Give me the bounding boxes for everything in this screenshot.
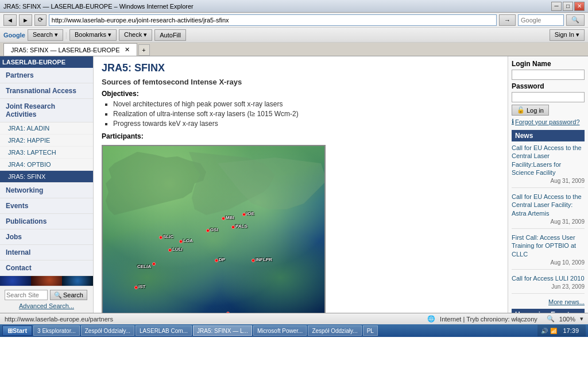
- sidebar-item-jra2[interactable]: JRA2: HAPPIE: [0, 135, 93, 147]
- refresh-button[interactable]: ⟳: [34, 14, 47, 26]
- login-name-label: Login Name: [512, 60, 585, 68]
- taskbar-item-explorer[interactable]: 3 Eksplorator...: [33, 325, 80, 336]
- internet-icon: 🌐: [427, 315, 435, 323]
- sources-title: Sources of femtosecond Intense X-rays: [102, 78, 500, 86]
- tab-label: JRA5: SFINX — LASERLAB-EUROPE: [11, 47, 120, 53]
- sidebar-item-networking[interactable]: Networking: [0, 183, 93, 198]
- sidebar-item-internal[interactable]: Internal: [0, 245, 93, 260]
- map-dot-pals: [231, 225, 235, 229]
- sidebar-item-events[interactable]: Events: [0, 198, 93, 214]
- news-item-3-text[interactable]: First Call: Access User Training for OPT…: [512, 233, 585, 258]
- tray-icon-1: 🔊: [541, 328, 548, 334]
- map-label-dp: DP: [219, 257, 225, 262]
- taskbar-item-jra5[interactable]: JRA5: SFINX — L...: [193, 325, 252, 336]
- news-item-3: First Call: Access User Training for OPT…: [512, 233, 585, 270]
- login-name-input[interactable]: [512, 70, 585, 80]
- participants-label: Participants:: [102, 132, 500, 140]
- go-button[interactable]: →: [499, 14, 516, 26]
- zoom-dropdown-icon[interactable]: ▾: [580, 315, 583, 323]
- google-search-button[interactable]: 🔍: [566, 14, 585, 26]
- map-dot-loa: [179, 240, 183, 243]
- check-btn[interactable]: Check ▾: [119, 29, 152, 41]
- sidebar-item-partners[interactable]: Partners: [0, 68, 93, 83]
- map-label-mbi: MBI: [226, 215, 234, 220]
- system-tray: 🔊 📶 17:39: [537, 325, 586, 336]
- search-toolbar-btn[interactable]: Search ▾: [28, 29, 63, 41]
- sidebar: LASERLAB-EUROPE Partners Transnational A…: [0, 56, 94, 313]
- sidebar-item-jra5[interactable]: JRA5: SFINX: [0, 171, 93, 183]
- login-section: Login Name Password 🔓 Log in ℹ Forgot yo…: [512, 60, 585, 125]
- map-label-inflpr: INFLPR: [256, 257, 272, 262]
- sidebar-item-jra3[interactable]: JRA3: LAPTECH: [0, 147, 93, 159]
- sidebar-item-joint-research[interactable]: Joint Research Activities: [0, 99, 93, 122]
- map-dot-celia: [152, 262, 156, 266]
- bookmarks-btn[interactable]: Bookmarks ▾: [69, 29, 117, 41]
- start-button[interactable]: ⊞ Start: [2, 325, 32, 336]
- taskbar-item-laserlab[interactable]: LASERLAB Com...: [136, 325, 192, 336]
- site-logo-text: LASERLAB-EUROPE: [2, 59, 65, 66]
- status-zone: Internet | Tryb chroniony: włączony: [440, 316, 537, 323]
- tab-close-icon[interactable]: ✕: [125, 46, 130, 53]
- taskbar-item-pl[interactable]: PL: [363, 325, 378, 336]
- window-controls: ─ □ ✕: [551, 2, 585, 11]
- news-item-2-date: Aug 31, 2009: [512, 218, 585, 225]
- map-dot-inflpr: [252, 259, 255, 262]
- sidebar-item-transnational-access[interactable]: Transnational Access: [0, 83, 93, 99]
- sidebar-item-contact[interactable]: Contact: [0, 260, 93, 276]
- search-button[interactable]: 🔍 Search: [50, 290, 87, 300]
- new-tab-button[interactable]: +: [138, 44, 150, 56]
- sidebar-image-3: [62, 276, 93, 286]
- autofill-btn[interactable]: AutoFill: [154, 29, 186, 41]
- address-bar: ◄ ► ⟳ → 🔍: [0, 13, 588, 28]
- google-search-input[interactable]: [518, 14, 564, 26]
- news-item-1: Call for EU Access to the Central Laser …: [512, 144, 585, 188]
- news-item-1-date: Aug 31, 2009: [512, 178, 585, 184]
- sidebar-logo: LASERLAB-EUROPE: [0, 56, 93, 68]
- close-button[interactable]: ✕: [574, 2, 585, 11]
- status-right: 🌐 Internet | Tryb chroniony: włączony 🔍 …: [427, 315, 583, 323]
- password-label: Password: [512, 82, 585, 90]
- map-label-celia: CELIA: [137, 264, 151, 269]
- advanced-search-link[interactable]: Advanced Search...: [5, 302, 88, 309]
- sidebar-image-2: [31, 276, 62, 286]
- news-item-4-text[interactable]: Call for Access LULI 2010: [512, 274, 585, 282]
- news-item-2-text[interactable]: Call for EU Access to the Central Laser …: [512, 193, 585, 217]
- map-label-gsi: GSI: [210, 227, 218, 232]
- map-label-slic: SLIC: [163, 234, 173, 239]
- login-icon: 🔓: [517, 106, 525, 114]
- taskbar-item-powerpoint[interactable]: Microsoft Power...: [253, 325, 307, 336]
- map-label-ist: IST: [138, 284, 145, 289]
- news-item-3-date: Aug 10, 2009: [512, 259, 585, 266]
- map-dot-gsi: [206, 229, 210, 232]
- sidebar-image-1: [0, 276, 31, 286]
- password-input[interactable]: [512, 92, 585, 102]
- sidebar-item-publications[interactable]: Publications: [0, 214, 93, 229]
- sidebar-item-jobs[interactable]: Jobs: [0, 229, 93, 245]
- tab-bar: JRA5: SFINX — LASERLAB-EUROPE ✕ +: [0, 43, 588, 56]
- more-news-link[interactable]: More news...: [512, 298, 585, 305]
- forgot-label: Forgot your password?: [515, 118, 580, 125]
- sidebar-item-jra4[interactable]: JRA4: OPTBIO: [0, 159, 93, 171]
- maximize-button[interactable]: □: [563, 2, 573, 11]
- objectives-list: Novel architectures of high peak power s…: [113, 100, 500, 128]
- back-button[interactable]: ◄: [3, 14, 17, 26]
- news-item-1-text[interactable]: Call for EU Access to the Central Laser …: [512, 144, 585, 177]
- active-tab[interactable]: JRA5: SFINX — LASERLAB-EUROPE ✕: [3, 43, 137, 56]
- minimize-button[interactable]: ─: [551, 2, 562, 11]
- forgot-password-link[interactable]: ℹ Forgot your password?: [512, 118, 585, 125]
- sign-in-btn[interactable]: Sign In ▾: [550, 29, 585, 41]
- objectives-label: Objectives:: [102, 90, 500, 98]
- taskbar-item-zespol1[interactable]: Zespół Oddziały...: [81, 325, 134, 336]
- main-layout: LASERLAB-EUROPE Partners Transnational A…: [0, 56, 588, 313]
- europe-map: MBI IOE PALS GSI LOA LULI SLIC CELIA DP …: [102, 145, 326, 313]
- zoom-level: 100%: [559, 316, 575, 323]
- taskbar-item-zespol2[interactable]: Zespół Oddziały...: [308, 325, 361, 336]
- sidebar-item-jra1[interactable]: JRA1: ALADIN: [0, 122, 93, 135]
- login-button[interactable]: 🔓 Log in: [512, 105, 549, 116]
- url-input[interactable]: [49, 14, 497, 26]
- map-label-luli: LULI: [172, 247, 183, 252]
- forward-button[interactable]: ►: [19, 14, 32, 26]
- content-area: JRA5: SFINX Sources of femtosecond Inten…: [94, 56, 508, 313]
- search-input[interactable]: [5, 290, 48, 300]
- map-dot-ioe: [242, 213, 246, 216]
